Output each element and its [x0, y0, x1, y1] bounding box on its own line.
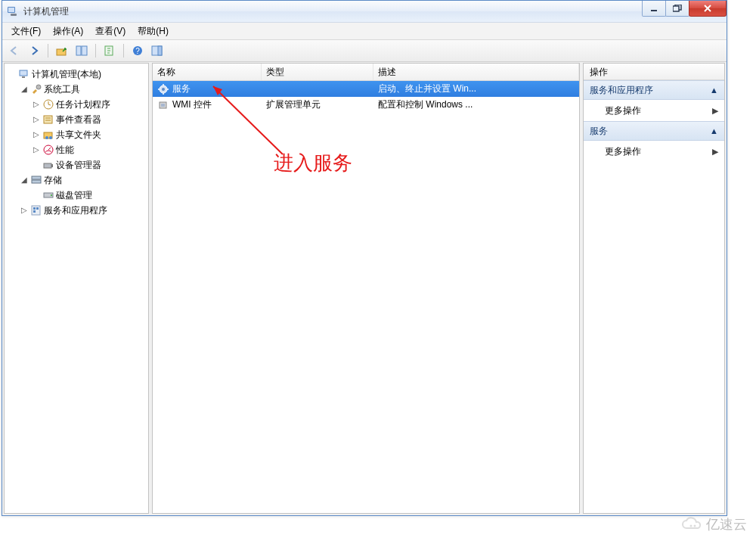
show-hide-tree-button[interactable]	[73, 42, 91, 60]
svg-rect-43	[161, 104, 165, 107]
refresh-icon	[104, 45, 116, 57]
row-name: WMI 控件	[172, 98, 212, 111]
separator	[95, 44, 96, 58]
tree-performance[interactable]: ▷ 性能	[30, 142, 148, 157]
svg-rect-10	[82, 46, 87, 55]
tree[interactable]: 计算机管理(本地) ◢ 系统工具	[5, 64, 148, 221]
collapse-icon: ▲	[710, 86, 718, 95]
svg-rect-34	[36, 207, 39, 210]
column-name[interactable]: 名称	[153, 64, 262, 80]
column-desc[interactable]: 描述	[373, 64, 579, 80]
action-section-services-apps[interactable]: 服务和应用程序 ▲	[584, 80, 724, 100]
menu-help[interactable]: 帮助(H)	[132, 23, 175, 39]
svg-point-23	[49, 136, 52, 139]
forward-button[interactable]	[25, 42, 43, 60]
action-more-1[interactable]: 更多操作 ▶	[584, 100, 724, 121]
show-action-pane-button[interactable]	[148, 42, 166, 60]
tools-icon	[30, 83, 42, 95]
svg-rect-9	[76, 46, 81, 55]
svg-point-37	[162, 88, 165, 91]
watermark: 亿速云	[680, 515, 747, 533]
computer-icon	[18, 68, 30, 80]
action-more-2[interactable]: 更多操作 ▶	[584, 141, 724, 162]
component-icon	[157, 99, 169, 111]
action-pane-header: 操作	[584, 64, 724, 80]
svg-rect-28	[32, 176, 41, 179]
clock-icon	[42, 98, 54, 110]
gear-icon	[157, 83, 169, 95]
up-button[interactable]	[53, 42, 71, 60]
svg-rect-33	[33, 207, 36, 210]
menu-file[interactable]: 文件(F)	[5, 23, 47, 39]
chevron-right-icon: ▶	[712, 106, 718, 116]
menu-bar: 文件(F) 操作(A) 查看(V) 帮助(H)	[2, 23, 727, 40]
tree-services-apps-label: 服务和应用程序	[44, 203, 107, 218]
tree-pane: 计算机管理(本地) ◢ 系统工具	[4, 63, 149, 514]
list-row-wmi[interactable]: WMI 控件 扩展管理单元 配置和控制 Windows ...	[153, 97, 579, 113]
folder-up-icon	[56, 45, 68, 57]
expander-icon[interactable]: ◢	[20, 176, 29, 185]
expander-icon[interactable]: ◢	[20, 85, 29, 94]
body: 计算机管理(本地) ◢ 系统工具	[2, 61, 727, 515]
svg-point-22	[45, 136, 48, 139]
tree-storage[interactable]: ◢ 存储	[18, 173, 148, 188]
expander-icon[interactable]: ▷	[32, 100, 41, 109]
svg-point-47	[694, 525, 696, 527]
help-icon: ?	[132, 45, 144, 57]
maximize-button[interactable]	[665, 1, 689, 17]
row-desc: 配置和控制 Windows ...	[373, 98, 579, 111]
menu-action[interactable]: 操作(A)	[47, 23, 89, 39]
action-section-label: 服务	[590, 125, 608, 138]
chevron-right-icon: ▶	[712, 147, 718, 157]
computer-management-window: 计算机管理 文件(F) 操作(A) 查看(V) 帮助(H)	[2, 0, 727, 516]
shared-folder-icon	[42, 129, 54, 141]
action-section-services[interactable]: 服务 ▲	[584, 121, 724, 141]
tree-system-tools[interactable]: ◢ 系统工具	[18, 82, 148, 97]
minimize-button[interactable]	[642, 1, 666, 17]
tree-root[interactable]: 计算机管理(本地)	[6, 67, 148, 82]
tree-disk-management-label: 磁盘管理	[56, 188, 92, 203]
svg-rect-15	[158, 46, 162, 55]
expander-icon[interactable]: ▷	[32, 115, 41, 124]
action-link-label: 更多操作	[605, 145, 641, 158]
svg-rect-32	[32, 206, 40, 215]
tree-services-apps[interactable]: ▷ 服务和应用程序	[18, 203, 148, 218]
svg-rect-3	[651, 10, 657, 11]
tree-task-scheduler[interactable]: ▷ 任务计划程序	[30, 97, 148, 112]
row-desc: 启动、终止并设置 Win...	[373, 82, 481, 95]
list-pane: 名称 类型 描述 服务 启动、终止并设置 Win...	[152, 63, 580, 514]
list-row-services[interactable]: 服务 启动、终止并设置 Win...	[153, 81, 579, 97]
svg-rect-16	[20, 70, 27, 76]
tree-device-manager[interactable]: ▷ 设备管理器	[30, 157, 148, 173]
svg-rect-29	[32, 180, 41, 183]
tree-system-tools-label: 系统工具	[44, 82, 80, 97]
back-button[interactable]	[5, 42, 23, 60]
device-icon	[42, 159, 54, 171]
svg-point-31	[51, 194, 52, 196]
menu-view[interactable]: 查看(V)	[89, 23, 132, 39]
refresh-button[interactable]	[101, 42, 119, 60]
window-controls	[643, 1, 727, 16]
svg-rect-35	[33, 210, 36, 213]
watermark-text: 亿速云	[706, 515, 747, 533]
tree-shared-folders[interactable]: ▷ 共享文件夹	[30, 127, 148, 142]
expander-icon[interactable]: ▷	[32, 145, 41, 154]
expander-icon[interactable]: ▷	[32, 130, 41, 139]
tree-disk-management[interactable]: ▷ 磁盘管理	[30, 188, 148, 203]
expander-icon[interactable]: ▷	[20, 206, 29, 215]
tree-event-viewer[interactable]: ▷ 事件查看器	[30, 112, 148, 127]
svg-point-46	[690, 525, 692, 527]
close-button[interactable]	[689, 1, 727, 17]
svg-rect-1	[8, 8, 14, 12]
separator	[48, 44, 48, 58]
tree-shared-folders-label: 共享文件夹	[56, 127, 101, 142]
separator	[123, 44, 124, 58]
event-icon	[42, 113, 54, 126]
help-button[interactable]: ?	[129, 42, 147, 60]
svg-text:?: ?	[135, 47, 140, 55]
action-section-label: 服务和应用程序	[590, 84, 653, 97]
row-name: 服务	[172, 82, 191, 95]
svg-rect-5	[673, 6, 679, 11]
column-type[interactable]: 类型	[262, 64, 373, 80]
expander-icon[interactable]	[8, 70, 17, 79]
